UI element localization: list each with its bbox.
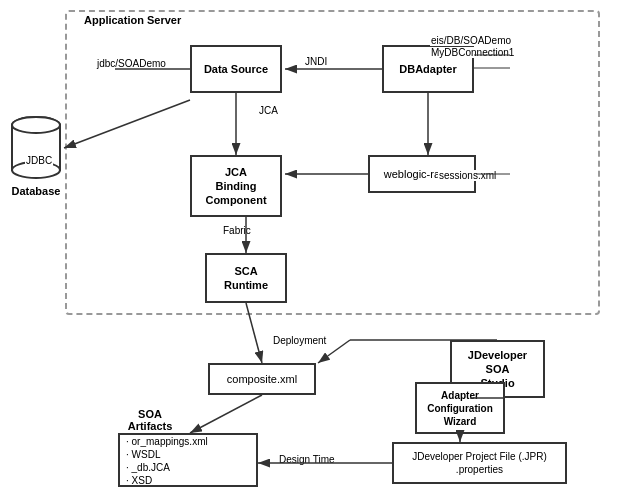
jca-binding-label: JCA Binding Component (205, 165, 266, 208)
fabric-label: Fabric (222, 225, 252, 236)
eis-db-label: eis/DB/SOADemo (430, 35, 512, 46)
jca-label: JCA (258, 105, 279, 116)
soa-artifacts-box: · or_mappings.xml · WSDL · _db.JCA · XSD (118, 433, 258, 487)
adapter-wizard-label: Adapter Configuration Wizard (427, 389, 493, 428)
svg-point-3 (12, 117, 60, 133)
svg-line-18 (190, 395, 262, 433)
composite-xml-box: composite.xml (208, 363, 316, 395)
deployment-label: Deployment (272, 335, 327, 346)
jdbc-label: JDBC (25, 155, 53, 166)
sca-runtime-box: SCA Runtime (205, 253, 287, 303)
soa-artifacts-title: SOA Artifacts (120, 408, 180, 432)
database-label: Database (5, 185, 67, 197)
adapter-wizard-box: Adapter Configuration Wizard (415, 382, 505, 434)
jca-binding-box: JCA Binding Component (190, 155, 282, 217)
design-time-label: Design Time (278, 454, 336, 465)
diagram: Application Server Database Data Source … (0, 0, 619, 503)
database-icon (10, 115, 62, 180)
sessions-xml-label: sessions.xml (438, 170, 497, 181)
sca-runtime-label: SCA Runtime (224, 264, 268, 293)
app-server-label: Application Server (80, 14, 185, 26)
data-source-label: Data Source (204, 62, 268, 76)
jdbc-soa-label: jdbc/SOADemo (96, 58, 167, 69)
mydb-label: MyDBConnection1 (430, 47, 515, 58)
soa-artifacts-label: · or_mappings.xml · WSDL · _db.JCA · XSD (126, 435, 208, 487)
data-source-box: Data Source (190, 45, 282, 93)
jdev-project-box: JDeveloper Project File (.JPR) .properti… (392, 442, 567, 484)
app-server-box (65, 10, 600, 315)
jdev-project-label: JDeveloper Project File (.JPR) .properti… (412, 450, 546, 476)
jndi-label: JNDI (304, 56, 328, 67)
composite-xml-label: composite.xml (227, 372, 297, 386)
db-adapter-label: DBAdapter (399, 62, 456, 76)
